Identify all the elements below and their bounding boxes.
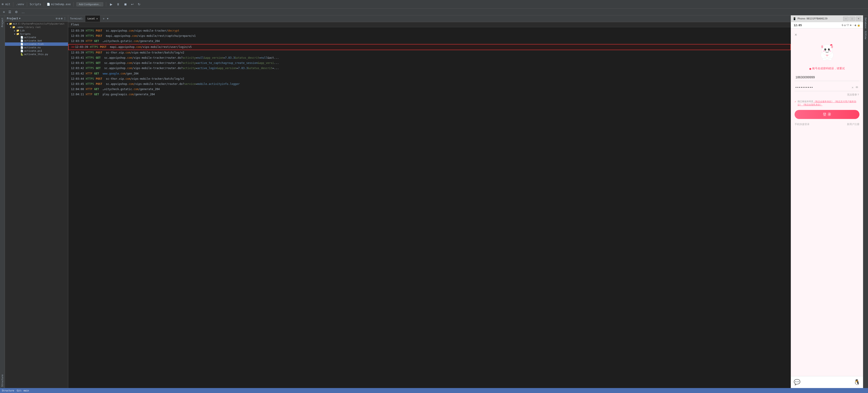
top-toolbar: ⊞ mit .venv Scripts 📄 mitmdump.exe Add C… (0, 0, 868, 8)
mascot-image (816, 40, 838, 63)
tab-close-icon[interactable]: ✕ (96, 18, 98, 20)
add-config-button[interactable]: Add Configuration... (76, 2, 103, 6)
svg-point-5 (829, 49, 829, 50)
bottom-links: 手机快捷登录 新用户注册 (795, 123, 860, 126)
register-link[interactable]: 新用户注册 (847, 123, 860, 126)
project-header-label: Project (7, 17, 18, 20)
status-add-icon: ⊕ (850, 24, 851, 27)
highlight-arrow: >> (71, 45, 74, 49)
terms-link-1[interactable]: 《唯品会服务条款》 (813, 100, 834, 103)
status-battery-icon: ◐ (855, 24, 856, 27)
terminal-log-content[interactable]: 12:03:39 HTTPS POST sc.appvipshop.com /v… (68, 27, 791, 388)
log-row-6: 12:03:41 HTTPS GET sc.appvipshop.com /vi… (68, 55, 791, 61)
settings-button[interactable]: ⚙ (14, 10, 19, 14)
toolbar-sep1 (13, 2, 13, 6)
right-tab-giview[interactable]: GiView (864, 30, 867, 41)
tree-item-activate[interactable]: 📄 activate (5, 36, 68, 39)
phone-status-bar: 12:05 G ◎ 🛡 ⊕ · ◐ 🔒 (791, 22, 863, 28)
toggle-pw-icon[interactable]: 👁 (855, 86, 859, 89)
toolbar-tab: 📄 mitmdump.exe (47, 3, 71, 6)
clear-pw-icon[interactable]: ✕ (852, 86, 854, 89)
maximize-button[interactable]: □ (849, 17, 855, 21)
left-tab-structure[interactable]: Structure (1, 373, 4, 388)
stop-button[interactable]: ⏹ (123, 2, 128, 6)
align-left-button[interactable]: ≡ (2, 10, 6, 14)
right-tab-database[interactable]: Database (864, 16, 867, 30)
log-row-13: 12:04:11 HTTP GET play.googleapis.com /g… (68, 92, 791, 97)
gear2-icon[interactable]: ⋮ (63, 17, 66, 20)
pause-button[interactable]: ⏸ (116, 2, 121, 6)
status-shield-icon: 🛡 (846, 24, 849, 27)
phone-number-input[interactable] (795, 74, 860, 81)
phone-close-button[interactable]: ✕ (795, 32, 797, 37)
tree-item-activate-ps1[interactable]: 📄 activate.ps1 (5, 49, 68, 53)
left-tabs: Project Structure (0, 15, 5, 388)
svg-point-13 (823, 58, 827, 61)
password-input[interactable] (795, 84, 851, 91)
log-row-2: 12:03:39 HTTPS POST mapi.appvipshop.com … (68, 33, 791, 39)
status-circle-icon: ◎ (844, 24, 846, 27)
refresh-button[interactable]: ↻ (137, 2, 142, 6)
log-row-12: 12:04:08 HTTP GET …vitycheck.gstatic.com… (68, 87, 791, 92)
tree-item-lib[interactable]: ▶ 📁 Lib (5, 29, 68, 32)
phone-titlebar: 📱 Phone-98131FFBA002J9 — □ ✕ (791, 15, 863, 22)
toolbar-mit[interactable]: mit (5, 3, 10, 6)
collapse-all-icon[interactable]: ⊟ (56, 17, 57, 20)
phone-icon: 📱 (793, 17, 796, 20)
minimize-button[interactable]: — (843, 17, 848, 21)
toolbar-scripts[interactable]: Scripts (30, 3, 41, 6)
svg-point-6 (823, 50, 825, 52)
window-controls: — □ ✕ (843, 17, 861, 21)
tree-item-activate-fish[interactable]: 📄 activate.fish (5, 42, 68, 46)
left-tab-project[interactable]: Project (1, 16, 4, 28)
status-branch: Structure (2, 389, 14, 392)
tree-item-activate-bat[interactable]: 📄 activate.bat (5, 39, 68, 42)
cant-login-link[interactable]: 无法登录？ (847, 93, 860, 96)
phone-app-content: ✕ (791, 28, 863, 376)
run-button[interactable]: ▶ (109, 2, 114, 6)
phone-panel: 📱 Phone-98131FFBA002J9 — □ ✕ 12:05 G ◎ 🛡… (791, 15, 863, 388)
panel-header: Project ▼ ⊟ ⚙ ⊞ ⋮ (5, 15, 68, 22)
tree-item-venv[interactable]: ▼ 📁 .venv library root (5, 26, 68, 29)
svg-point-3 (828, 48, 830, 51)
log-row-9: 12:03:42 HTTP GET www.google.com /gen_20… (68, 71, 791, 76)
terms-link-3[interactable]: 《唯品会隐私条款》 (802, 103, 823, 106)
terminal-tab-local[interactable]: Local ✕ (85, 15, 100, 22)
log-row-7: 12:03:41 HTTPS GET sc.appvipshop.com /vi… (68, 61, 791, 66)
tree-item-scripts[interactable]: ▼ 📁 Scripts (5, 32, 68, 36)
log-row-5: 12:03:39 HTTPS POST sc-thor.vip.com /vip… (68, 50, 791, 55)
status-dot-icon: · (852, 24, 854, 27)
right-tabs: Database GiView (863, 15, 868, 388)
toolbar-venv[interactable]: .venv (16, 3, 24, 6)
close-button[interactable]: ✕ (856, 17, 861, 21)
tree-item-activate-nu[interactable]: 📄 activate.nu (5, 46, 68, 49)
log-row-10: 12:03:44 HTTPS POST sc-thor.vip.com /vip… (68, 76, 791, 81)
phone-bottom: 💬 🐧 (791, 376, 863, 388)
toolbar-sep3 (44, 2, 44, 6)
svg-point-11 (831, 45, 833, 48)
terms-check-icon[interactable]: ✓ (795, 100, 796, 103)
password-input-row: ✕ 👁 (795, 84, 860, 91)
status-git: Git: main (17, 389, 29, 392)
terminal-label: Terminal: (70, 17, 84, 20)
tab-arrow-icon[interactable]: ▼ (107, 18, 108, 20)
settings-icon[interactable]: ⚙ (59, 17, 60, 20)
tree-item-mit[interactable]: ▼ 📁 mit E:\PycharmProjects\luffySpider\m… (5, 22, 68, 26)
project-dropdown-icon[interactable]: ▼ (19, 17, 21, 20)
tab-add-button[interactable]: ＋ (100, 17, 107, 21)
toolbar-sep4 (73, 2, 74, 6)
quick-login-link[interactable]: 手机快捷登录 (795, 123, 809, 126)
expand-icon[interactable]: ⊞ (61, 17, 63, 20)
more-button[interactable]: … (20, 10, 26, 14)
svg-point-14 (828, 58, 832, 61)
phone-title: 📱 Phone-98131FFBA002J9 (793, 17, 827, 20)
align-center-button[interactable]: ☰ (7, 10, 12, 14)
tree-item-activate-this[interactable]: 🐍 activate_this.py (5, 53, 68, 56)
second-toolbar: ≡ ☰ ⚙ … (0, 8, 868, 15)
content-area: Terminal: Local ✕ ＋ ▼ Flows 12:03:39 HTT… (68, 15, 791, 388)
svg-point-10 (821, 45, 823, 48)
login-button[interactable]: 登 录 (795, 110, 860, 119)
rerun-button[interactable]: ↩ (130, 2, 135, 6)
wechat-icon[interactable]: 💬 (794, 379, 801, 385)
qq-icon[interactable]: 🐧 (854, 379, 860, 385)
